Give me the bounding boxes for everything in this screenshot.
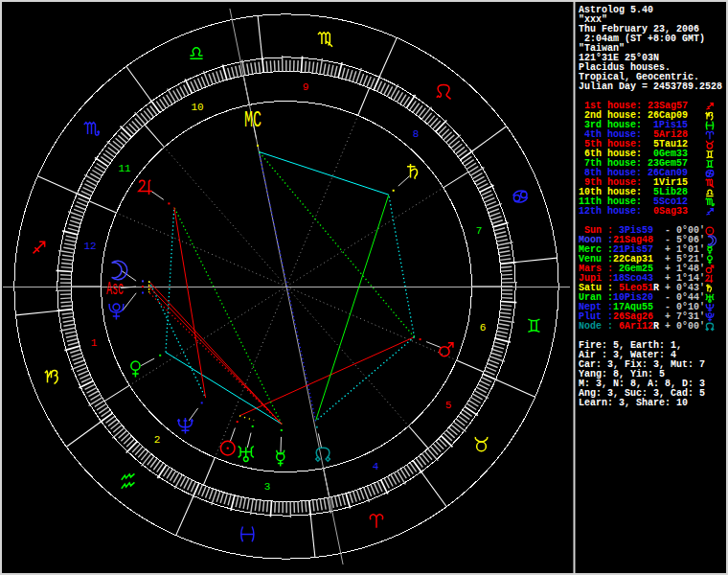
svg-text:9: 9 bbox=[303, 81, 309, 93]
svg-text:10: 10 bbox=[191, 102, 203, 113]
svg-text:8: 8 bbox=[413, 128, 420, 140]
svg-text:3: 3 bbox=[264, 481, 271, 493]
svg-text:6: 6 bbox=[480, 322, 487, 334]
svg-text:4: 4 bbox=[373, 461, 379, 472]
svg-text:11: 11 bbox=[118, 163, 131, 174]
svg-text:7: 7 bbox=[476, 225, 483, 237]
svg-text:2: 2 bbox=[154, 434, 161, 446]
svg-text:12: 12 bbox=[83, 241, 96, 252]
svg-text:1: 1 bbox=[91, 337, 98, 349]
svg-text:MC: MC bbox=[244, 107, 262, 133]
svg-text:Asc: Asc bbox=[106, 278, 124, 300]
svg-text:5: 5 bbox=[445, 400, 452, 411]
